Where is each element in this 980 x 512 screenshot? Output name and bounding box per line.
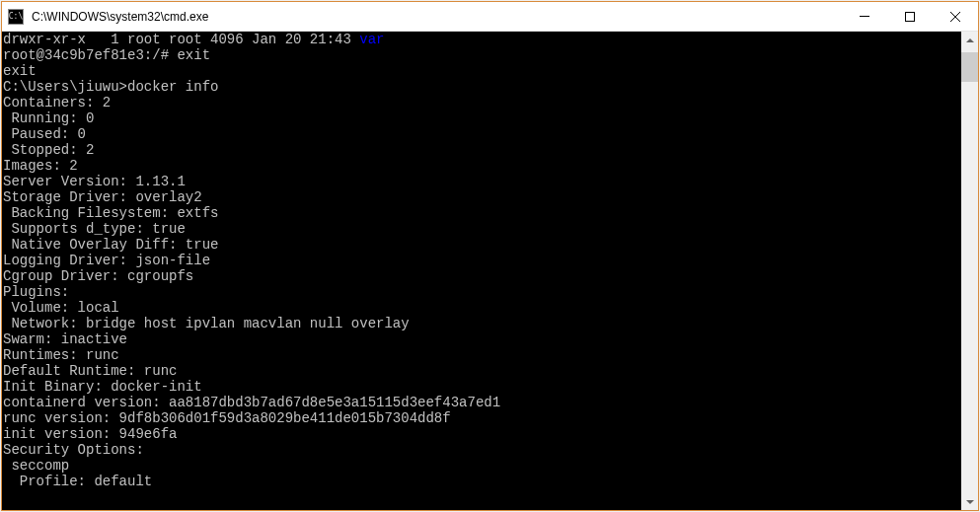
minimize-button[interactable] bbox=[842, 2, 887, 31]
vertical-scrollbar[interactable] bbox=[961, 32, 978, 510]
maximize-button[interactable] bbox=[887, 2, 933, 31]
close-icon bbox=[950, 12, 960, 22]
window-title: C:\WINDOWS\system32\cmd.exe bbox=[30, 10, 842, 24]
terminal-line: Images: 2 bbox=[3, 158, 960, 174]
terminal-line: Security Options: bbox=[3, 442, 960, 458]
scroll-up-button[interactable] bbox=[961, 32, 978, 48]
terminal-line: Init Binary: docker-init bbox=[3, 379, 960, 395]
terminal-line: Logging Driver: json-file bbox=[3, 253, 960, 268]
svg-marker-4 bbox=[966, 38, 974, 42]
terminal-line: seccomp bbox=[3, 458, 960, 474]
titlebar[interactable]: C:\ C:\WINDOWS\system32\cmd.exe bbox=[2, 2, 978, 32]
terminal-line: Cgroup Driver: cgroupfs bbox=[3, 268, 960, 284]
terminal-line: Runtimes: runc bbox=[3, 347, 960, 363]
minimize-icon bbox=[860, 16, 869, 17]
scroll-down-button[interactable] bbox=[961, 493, 978, 510]
terminal-line: drwxr-xr-x 1 root root 4096 Jan 20 21:43… bbox=[3, 32, 960, 47]
terminal-line: Server Version: 1.13.1 bbox=[3, 174, 960, 189]
terminal-line: Backing Filesystem: extfs bbox=[3, 205, 960, 221]
window-controls bbox=[842, 2, 978, 31]
terminal-line: Plugins: bbox=[3, 284, 960, 300]
terminal-line: Stopped: 2 bbox=[3, 142, 960, 158]
app-icon-label: C:\ bbox=[9, 13, 23, 21]
terminal-line: Storage Driver: overlay2 bbox=[3, 189, 960, 205]
terminal-line: Default Runtime: runc bbox=[3, 363, 960, 379]
svg-rect-1 bbox=[906, 12, 915, 21]
app-icon: C:\ bbox=[8, 9, 24, 25]
terminal-line: Profile: default bbox=[3, 474, 960, 489]
terminal-line: exit bbox=[3, 63, 960, 79]
cmd-window: C:\ C:\WINDOWS\system32\cmd.exe drwxr-xr… bbox=[1, 1, 979, 511]
scroll-thumb[interactable] bbox=[961, 52, 978, 82]
terminal-line: Volume: local bbox=[3, 300, 960, 316]
close-button[interactable] bbox=[933, 2, 978, 31]
svg-marker-5 bbox=[966, 500, 974, 504]
scroll-track[interactable] bbox=[961, 48, 978, 493]
maximize-icon bbox=[905, 12, 915, 22]
terminal-line: Supports d_type: true bbox=[3, 221, 960, 237]
terminal-line: Containers: 2 bbox=[3, 95, 960, 110]
console-output[interactable]: drwxr-xr-x 1 root root 4096 Jan 20 21:43… bbox=[2, 32, 961, 510]
console-area: drwxr-xr-x 1 root root 4096 Jan 20 21:43… bbox=[2, 32, 978, 510]
svg-rect-0 bbox=[860, 16, 869, 17]
terminal-line: Paused: 0 bbox=[3, 126, 960, 142]
terminal-line: Swarm: inactive bbox=[3, 331, 960, 347]
chevron-down-icon bbox=[966, 500, 974, 504]
terminal-line: Network: bridge host ipvlan macvlan null… bbox=[3, 316, 960, 331]
terminal-dir-link: var bbox=[359, 32, 384, 47]
terminal-line: Running: 0 bbox=[3, 110, 960, 126]
terminal-line: root@34c9b7ef81e3:/# exit bbox=[3, 47, 960, 63]
chevron-up-icon bbox=[966, 38, 974, 42]
terminal-line: Native Overlay Diff: true bbox=[3, 237, 960, 253]
terminal-line: runc version: 9df8b306d01f59d3a8029be411… bbox=[3, 410, 960, 426]
terminal-line: containerd version: aa8187dbd3b7ad67d8e5… bbox=[3, 395, 960, 410]
terminal-line: C:\Users\jiuwu>docker info bbox=[3, 79, 960, 95]
terminal-line: init version: 949e6fa bbox=[3, 426, 960, 442]
